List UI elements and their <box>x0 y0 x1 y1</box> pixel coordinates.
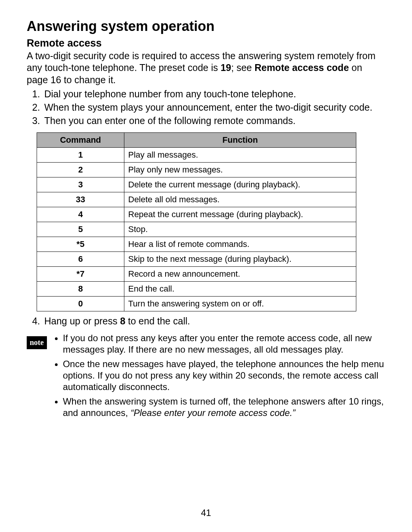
cell-command: 2 <box>37 162 124 177</box>
step-item: Hang up or press 8 to end the call. <box>43 315 385 327</box>
page-title: Answering system operation <box>27 18 385 34</box>
table-row: 4Repeat the current message (during play… <box>37 207 356 222</box>
intro-paragraph: A two-digit security code is required to… <box>27 50 385 86</box>
step4-pre: Hang up or press <box>44 316 120 326</box>
cell-function: Turn the answering system on or off. <box>124 296 356 311</box>
cell-command: 3 <box>37 177 124 192</box>
cell-command: 0 <box>37 296 124 311</box>
step4-key: 8 <box>120 316 126 326</box>
step4-post: to end the call. <box>126 316 190 326</box>
table-header-row: Command Function <box>37 132 356 147</box>
table-row: 3Delete the current message (during play… <box>37 177 356 192</box>
cell-command: *7 <box>37 266 124 281</box>
steps-list-cont: Hang up or press 8 to end the call. <box>27 315 385 327</box>
note-item: Once the new messages have played, the t… <box>63 358 385 393</box>
commands-table: Command Function 1Play all messages. 2Pl… <box>37 132 356 311</box>
step-item: When the system plays your announcement,… <box>43 102 385 113</box>
step-item: Dial your telephone number from any touc… <box>43 88 385 100</box>
steps-list: Dial your telephone number from any touc… <box>27 88 385 127</box>
cell-command: *5 <box>37 237 124 251</box>
page: Answering system operation Remote access… <box>0 0 412 532</box>
table-row: 5Stop. <box>37 222 356 237</box>
cell-command: 33 <box>37 192 124 207</box>
cell-function: Play only new messages. <box>124 162 356 177</box>
notes-list: If you do not press any keys after you e… <box>54 332 385 422</box>
cell-function: Delete all old messages. <box>124 192 356 207</box>
header-function: Function <box>124 132 356 147</box>
table-row: 0Turn the answering system on or off. <box>37 296 356 311</box>
header-command: Command <box>37 132 124 147</box>
cell-command: 1 <box>37 147 124 162</box>
page-number: 41 <box>0 508 412 518</box>
cell-function: End the call. <box>124 281 356 296</box>
cell-command: 6 <box>37 251 124 266</box>
step-item: Then you can enter one of the following … <box>43 115 385 127</box>
cell-command: 4 <box>37 207 124 222</box>
table-row: 2Play only new messages. <box>37 162 356 177</box>
preset-code: 19 <box>220 62 231 73</box>
table-row: 8End the call. <box>37 281 356 296</box>
note-badge: note <box>27 336 47 349</box>
cell-function: Play all messages. <box>124 147 356 162</box>
note-item: If you do not press any keys after you e… <box>63 332 385 355</box>
cell-command: 8 <box>37 281 124 296</box>
note-item: When the answering system is turned off,… <box>63 396 385 419</box>
cell-function: Repeat the current message (during playb… <box>124 207 356 222</box>
intro-text-mid: ; see <box>231 62 254 73</box>
note-section: note If you do not press any keys after … <box>27 332 385 422</box>
cell-function: Record a new announcement. <box>124 266 356 281</box>
section-title: Remote access <box>27 37 385 49</box>
cell-function: Hear a list of remote commands. <box>124 237 356 251</box>
cell-function: Delete the current message (during playb… <box>124 177 356 192</box>
cell-command: 5 <box>37 222 124 237</box>
table-row: 1Play all messages. <box>37 147 356 162</box>
table-row: *5Hear a list of remote commands. <box>37 237 356 251</box>
table-row: 33Delete all old messages. <box>37 192 356 207</box>
table-row: *7Record a new announcement. <box>37 266 356 281</box>
table-row: 6Skip to the next message (during playba… <box>37 251 356 266</box>
intro-link-text: Remote access code <box>254 62 349 73</box>
cell-function: Stop. <box>124 222 356 237</box>
cell-function: Skip to the next message (during playbac… <box>124 251 356 266</box>
note3-quote: “Please enter your remote access code.” <box>130 408 295 418</box>
